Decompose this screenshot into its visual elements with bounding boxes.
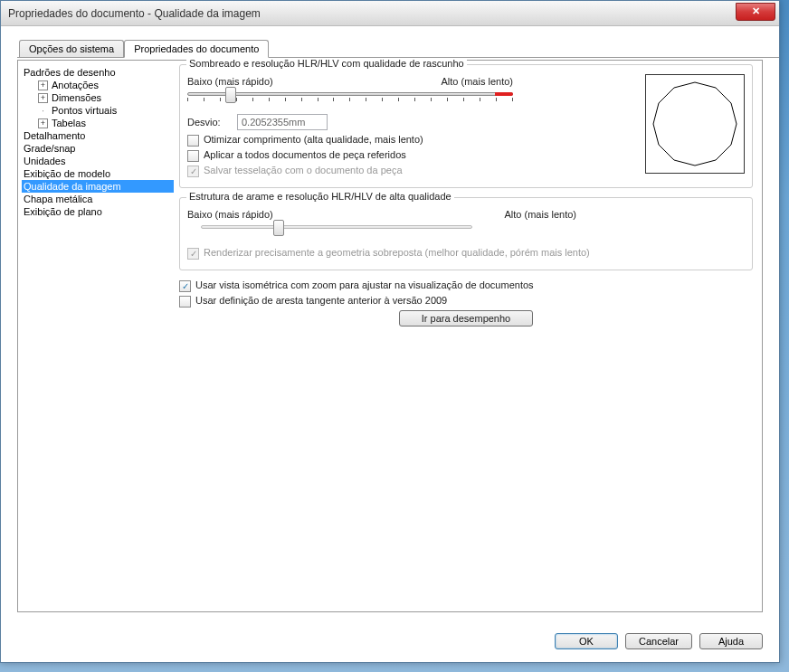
- ok-button[interactable]: OK: [555, 633, 618, 649]
- tab-strip: Opções do sistema Propriedades do docume…: [17, 40, 779, 58]
- tree-model-display[interactable]: Exibição de modelo: [22, 167, 174, 180]
- slider-low-label: Baixo (mais rápido): [187, 76, 273, 87]
- tree-drawing-standards[interactable]: Padrões de desenho: [22, 66, 174, 79]
- use-tangent-edge-checkbox[interactable]: [179, 296, 191, 308]
- group-wireframe-high-quality: Estrutura de arame e resolução HLR/HLV d…: [179, 197, 753, 270]
- tab-document-properties[interactable]: Propriedades do documento: [124, 40, 269, 58]
- tree-tables[interactable]: + Tabelas: [36, 117, 174, 129]
- window-title: Propriedades do documento - Qualidade da…: [8, 7, 736, 20]
- preview-circle-icon: [650, 79, 740, 169]
- go-to-performance-button[interactable]: Ir para desempenho: [399, 310, 533, 327]
- tab-system-options[interactable]: Opções do sistema: [19, 40, 124, 57]
- title-bar: Propriedades do documento - Qualidade da…: [1, 1, 779, 26]
- apply-all-parts-checkbox[interactable]: [187, 150, 199, 162]
- group-title: Estrutura de arame e resolução HLR/HLV d…: [186, 191, 454, 202]
- use-isometric-zoom-label: Usar vista isométrica com zoom para ajus…: [195, 279, 534, 290]
- apply-all-parts-label: Aplicar a todos documentos de peça refer…: [204, 149, 406, 160]
- render-precise-label: Renderizar precisamente a geometria sobr…: [204, 247, 590, 258]
- tree-plane-display[interactable]: Exibição de plano: [22, 205, 174, 218]
- slider-thumb[interactable]: [225, 87, 236, 103]
- deviation-row: Desvio:: [187, 114, 640, 130]
- slider-high-label: Alto (mais lento): [442, 76, 513, 87]
- shaded-quality-slider[interactable]: [187, 89, 513, 107]
- dialog-window: Propriedades do documento - Qualidade da…: [0, 0, 780, 663]
- save-tessellation-label: Salvar tesselação com o documento da peç…: [204, 165, 403, 175]
- tree-virtual-points[interactable]: · Pontos virtuais: [36, 104, 174, 117]
- tree-grid-snap[interactable]: Grade/snap: [22, 142, 174, 155]
- optimize-length-label: Otimizar comprimento (alta qualidade, ma…: [204, 134, 423, 145]
- close-icon: ✕: [752, 5, 760, 17]
- tree-dimensions[interactable]: + Dimensões: [36, 91, 174, 104]
- help-button[interactable]: Ajuda: [699, 633, 763, 649]
- group-title: Sombreado e resolução HLR/HLV com qualid…: [186, 58, 467, 69]
- dialog-footer: OK Cancelar Ajuda: [555, 633, 763, 649]
- expand-icon[interactable]: +: [38, 80, 48, 90]
- svg-marker-0: [653, 82, 737, 166]
- use-tangent-edge-label: Usar definição de aresta tangente anteri…: [195, 295, 447, 306]
- group-shaded-draft-quality: Sombreado e resolução HLR/HLV com qualid…: [179, 64, 753, 188]
- slider-low-label: Baixo (mais rápido): [187, 209, 273, 220]
- panel-body: Padrões de desenho + Anotações + Dimensõ…: [17, 60, 763, 612]
- tree-leaf-icon: ·: [38, 105, 48, 116]
- expand-icon[interactable]: +: [38, 118, 48, 128]
- tree-annotations[interactable]: + Anotações: [36, 79, 174, 91]
- tree-sheet-metal[interactable]: Chapa metálica: [22, 193, 174, 205]
- tree-image-quality[interactable]: Qualidade da imagem: [22, 180, 174, 193]
- expand-icon[interactable]: +: [38, 93, 48, 103]
- deviation-input[interactable]: [237, 114, 328, 130]
- close-button[interactable]: ✕: [736, 3, 775, 21]
- deviation-label: Desvio:: [187, 117, 237, 128]
- tree-detailing[interactable]: Detalhamento: [22, 129, 174, 142]
- options-tree: Padrões de desenho + Anotações + Dimensõ…: [22, 64, 174, 608]
- wireframe-quality-slider[interactable]: [201, 222, 472, 240]
- slider-high-label: Alto (mais lento): [505, 209, 576, 220]
- tree-units[interactable]: Unidades: [22, 155, 174, 167]
- optimize-length-checkbox[interactable]: [187, 135, 199, 147]
- slider-thumb[interactable]: [273, 220, 284, 236]
- use-isometric-zoom-checkbox[interactable]: ✓: [179, 280, 191, 292]
- settings-content: Sombreado e resolução HLR/HLV com qualid…: [174, 64, 758, 608]
- cancel-button[interactable]: Cancelar: [625, 633, 692, 649]
- tessellation-preview: [645, 74, 745, 174]
- save-tessellation-checkbox: ✓: [187, 166, 199, 177]
- render-precise-checkbox: ✓: [187, 248, 199, 260]
